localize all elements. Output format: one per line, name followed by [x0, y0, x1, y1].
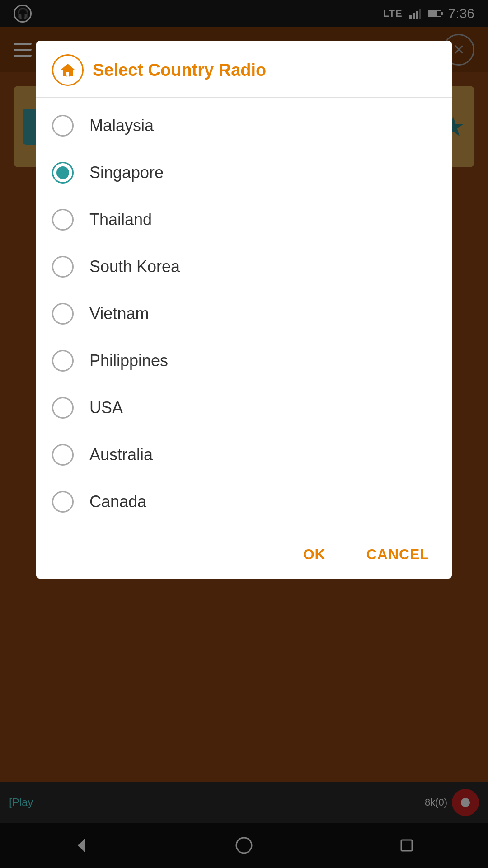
radio-label-singapore: Singapore: [89, 163, 164, 182]
radio-label-vietnam: Vietnam: [89, 304, 149, 323]
radio-item-malaysia[interactable]: Malaysia: [36, 102, 452, 149]
dialog-title: Select Country Radio: [93, 61, 266, 80]
radio-circle-usa: [52, 397, 74, 419]
dialog-header: Select Country Radio: [36, 41, 452, 98]
radio-circle-singapore: [52, 162, 74, 184]
radio-label-south-korea: South Korea: [89, 257, 180, 276]
radio-label-usa: USA: [89, 398, 123, 417]
cancel-button[interactable]: CANCEL: [357, 539, 438, 570]
radio-item-singapore[interactable]: Singapore: [36, 149, 452, 196]
radio-label-malaysia: Malaysia: [89, 116, 154, 135]
radio-item-australia[interactable]: Australia: [36, 431, 452, 478]
radio-item-philippines[interactable]: Philippines: [36, 337, 452, 384]
radio-label-philippines: Philippines: [89, 351, 168, 370]
country-list: Malaysia Singapore Thailand South Korea …: [36, 98, 452, 530]
radio-label-australia: Australia: [89, 445, 153, 464]
radio-label-canada: Canada: [89, 492, 146, 511]
radio-circle-thailand: [52, 209, 74, 231]
radio-item-canada[interactable]: Canada: [36, 478, 452, 525]
dialog-home-icon: [52, 54, 84, 86]
radio-item-vietnam[interactable]: Vietnam: [36, 290, 452, 337]
radio-circle-malaysia: [52, 115, 74, 137]
radio-circle-philippines: [52, 350, 74, 372]
radio-item-usa[interactable]: USA: [36, 384, 452, 431]
radio-label-thailand: Thailand: [89, 210, 152, 229]
country-select-dialog: Select Country Radio Malaysia Singapore …: [36, 41, 452, 579]
radio-circle-south-korea: [52, 256, 74, 278]
svg-rect-1: [67, 75, 69, 77]
radio-item-thailand[interactable]: Thailand: [36, 196, 452, 243]
radio-circle-canada: [52, 491, 74, 513]
radio-item-south-korea[interactable]: South Korea: [36, 243, 452, 290]
radio-circle-australia: [52, 444, 74, 466]
radio-circle-vietnam: [52, 303, 74, 325]
dialog-footer: OK CANCEL: [36, 530, 452, 579]
ok-button[interactable]: OK: [294, 539, 335, 570]
